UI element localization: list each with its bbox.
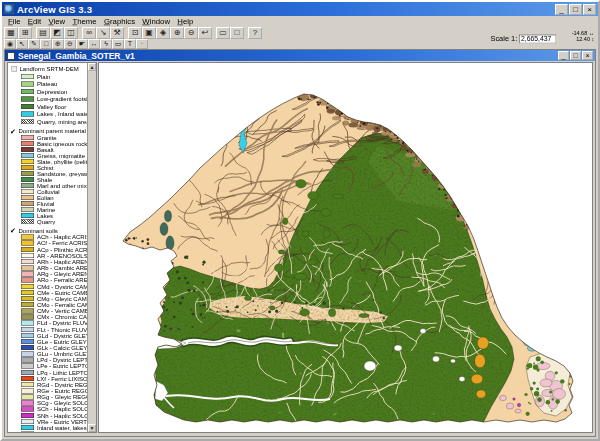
theme-checkbox[interactable]: ✔ [10,127,18,134]
identify-button[interactable]: ◉ [4,39,16,49]
add-theme-button[interactable]: ⊞ [18,27,32,39]
legend-item[interactable]: Low-gradient footslope [10,95,89,103]
legend-swatch [21,370,34,375]
view-maximize-button[interactable]: □ [570,51,581,60]
zoom-in-button[interactable]: ⊕ [170,27,184,39]
save-button[interactable]: ▦ [4,27,18,39]
legend-swatch [21,394,34,399]
zoom-out-tool-button[interactable]: ⊖ [64,39,76,49]
hotlink-button[interactable]: ϟ [100,39,112,49]
scroll-down-button[interactable]: ▼ [88,424,96,432]
zoom-full-extent-button[interactable]: ⊡ [128,27,142,39]
legend-swatch [21,189,34,194]
theme-checkbox[interactable]: ✔ [10,227,18,234]
pointer-button[interactable]: ↖ [16,39,28,49]
menu-edit[interactable]: Edit [24,17,45,26]
select-box-icon: □ [44,40,48,47]
zoom-previous-icon: ↩ [202,28,209,37]
legend-item[interactable]: Depression [10,88,89,96]
clear-selection-button[interactable]: □ [230,27,244,39]
scale-input[interactable]: 2,665,437 [519,35,556,44]
legend-swatch [21,119,34,124]
measure-button[interactable]: ↔ [88,39,100,49]
theme-properties-button[interactable]: ▤ [36,27,50,39]
legend-swatch [21,171,34,176]
zoom-active-theme-button[interactable]: ▣ [142,27,156,39]
app-window: ArcView GIS 3.3 _ □ × FileEditViewThemeG… [0,0,600,441]
menu-graphics[interactable]: Graphics [100,17,138,26]
vertex-edit-icon: ✎ [31,40,37,47]
legend-section-header[interactable]: Landform SRTM-DEM [10,65,89,73]
query-builder-icon: ⚒ [113,28,120,37]
select-features-button[interactable]: ▭ [216,27,230,39]
zoom-in-tool-button[interactable]: ⊕ [52,39,64,49]
menu-help[interactable]: Help [174,17,197,26]
legend-swatch [21,141,34,146]
legend-swatch [21,265,34,270]
tool-dropdown-button[interactable]: · [136,39,148,49]
legend-section-header[interactable]: ✔Dominant parent material [10,127,89,135]
minimize-button[interactable]: _ [555,4,568,15]
legend-label: Valley floor [37,103,66,110]
menu-view[interactable]: View [45,17,69,26]
legend-label: Lakes , Inland water [37,110,89,117]
legend-item[interactable]: Quarry, mining area [10,118,89,126]
clear-selection-icon: □ [235,28,240,37]
view-minimize-button[interactable]: _ [558,51,569,60]
pan-button[interactable]: ☛ [76,39,88,49]
legend-label: Plain [37,73,50,80]
legend-label: Plateau [37,80,57,87]
legend-swatch [21,401,34,406]
menu-theme[interactable]: Theme [69,17,100,26]
legend-label: Quarry, mining area [37,118,89,125]
help-button[interactable]: ? [248,27,262,39]
edit-legend-button[interactable]: ◩ [50,27,64,39]
title-bar: ArcView GIS 3.3 _ □ × [2,2,598,16]
hotlink-icon: ϟ [104,40,108,47]
zoom-out-button[interactable]: ⊖ [184,27,198,39]
legend-swatch [21,302,34,307]
locate-button[interactable]: ↘ [96,27,110,39]
theme-checkbox[interactable] [12,66,18,72]
legend-swatch [21,425,34,430]
view-title-bar[interactable]: Senegal_Gambia_SOTER_v1 _ □ × [5,50,595,61]
text-label-button[interactable]: T [124,39,136,49]
close-button[interactable]: × [583,4,596,15]
legend-item[interactable]: Lakes , Inland water [10,110,89,118]
legend-swatch [21,104,34,109]
area-of-interest-button[interactable]: ▭ [112,39,124,49]
legend-swatch [21,431,34,433]
legend-item[interactable]: Plain [10,73,89,81]
legend-swatch [21,339,34,344]
legend-label: Quarry [37,219,55,225]
scroll-up-button[interactable]: ▲ [88,63,96,71]
legend-swatch [21,153,34,158]
legend-item[interactable]: quarry [10,431,89,433]
zoom-out-tool-icon: ⊖ [67,40,73,47]
identify-icon: ◉ [7,40,13,47]
legend-item[interactable]: Plateau [10,80,89,88]
maximize-button[interactable]: □ [569,4,582,15]
zoom-previous-button[interactable]: ↩ [198,27,212,39]
legend-section-header[interactable]: ✔Dominant soils [10,227,89,235]
legend-scrollbar[interactable]: ▲ ▼ [87,63,96,432]
find-button[interactable]: ∞ [82,27,96,39]
query-builder-button[interactable]: ⚒ [110,27,124,39]
map-view[interactable] [98,62,593,433]
select-box-button[interactable]: □ [40,39,52,49]
legend-label: quarry [37,431,54,433]
open-table-button[interactable]: ◫ [64,27,78,39]
zoom-full-extent-icon: ⊡ [132,28,139,37]
legend-item[interactable]: Valley floor [10,103,89,111]
legend-panel: Landform SRTM-DEMPlainPlateauDepressionL… [7,62,97,433]
menu-file[interactable]: File [4,17,24,26]
zoom-selected-icon: ◈ [160,28,166,37]
zoom-out-icon: ⊖ [188,28,195,37]
app-icon [4,4,14,14]
menu-window[interactable]: Window [139,17,174,26]
legend-swatch [21,315,34,320]
view-icon [7,52,15,60]
vertex-edit-button[interactable]: ✎ [28,39,40,49]
view-close-button[interactable]: × [582,51,593,60]
zoom-selected-button[interactable]: ◈ [156,27,170,39]
